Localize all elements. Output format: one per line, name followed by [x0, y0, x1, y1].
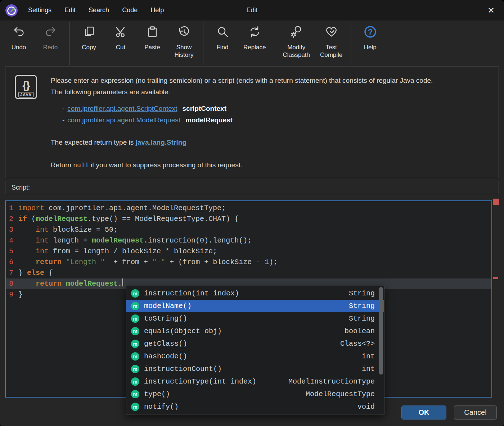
code-line: 3 int blockSize = 50; — [6, 225, 491, 235]
toolbar-button-label: Find — [216, 44, 228, 51]
completion-item[interactable]: mnotify()void — [126, 400, 384, 413]
popup-scrollbar[interactable] — [379, 287, 383, 413]
toolbar-separator — [203, 22, 203, 65]
toolbar-button-label: Redo — [43, 44, 58, 51]
completion-label: modelName() — [144, 302, 342, 310]
line-number: 6 — [6, 257, 18, 268]
menu-search[interactable]: Search — [89, 6, 109, 14]
suppress-line: Return null if you want to suppress proc… — [51, 159, 490, 171]
info-panel: {} JAVA Please enter an expression (no t… — [5, 67, 499, 178]
classpath-icon — [290, 25, 303, 40]
code-token: return — [36, 258, 62, 266]
completion-item[interactable]: minstruction(int index)String — [126, 287, 384, 300]
classpath-button[interactable]: Modify Classpath — [278, 21, 315, 67]
line-number: 1 — [6, 203, 18, 214]
code-line: 7} else { — [6, 268, 491, 278]
code-token: modelRequest — [92, 236, 144, 245]
method-icon: m — [131, 327, 139, 335]
code-token — [62, 258, 66, 266]
completion-return-type: String — [349, 302, 375, 310]
jprofiler-app-icon — [5, 4, 18, 17]
menu-settings[interactable]: Settings — [28, 6, 51, 14]
code-token: blockSize = 50; — [49, 226, 118, 234]
cut-button[interactable]: Cut — [105, 21, 136, 67]
completion-item[interactable]: mtype()ModelRequestType — [126, 388, 384, 400]
java-file-icon: {} JAVA — [15, 75, 37, 99]
history-button[interactable]: Show History — [168, 21, 200, 67]
copy-icon — [82, 25, 96, 40]
bullet-dash: - — [62, 116, 64, 124]
copy-button[interactable]: Copy — [73, 21, 105, 67]
completion-item-selected[interactable]: mmodelName()String — [126, 300, 384, 312]
completion-item[interactable]: mhashCode()int — [126, 350, 384, 363]
undo-button[interactable]: Undo — [3, 21, 35, 67]
find-icon — [216, 25, 229, 40]
script-label: Script: — [12, 184, 30, 191]
ok-button[interactable]: OK — [401, 405, 446, 420]
code-token: if — [18, 215, 27, 223]
code-token: ( — [27, 215, 36, 223]
menu-help[interactable]: Help — [150, 6, 164, 14]
menu-code[interactable]: Code — [122, 6, 138, 14]
parameter-class-link[interactable]: com.jprofiler.api.agent.ScriptContext — [67, 105, 177, 112]
error-stripe-line8-mark[interactable] — [493, 277, 498, 279]
code-text: int from = length / blockSize * blockSiz… — [18, 246, 217, 257]
script-label-box: Script: — [5, 181, 499, 194]
code-token — [18, 280, 36, 288]
paste-icon — [146, 25, 159, 40]
autocomplete-popup: minstruction(int index)StringmmodelName(… — [126, 286, 384, 414]
cancel-button[interactable]: Cancel — [454, 405, 497, 420]
titlebar: SettingsEditSearchCodeHelp Edit ✕ — [0, 0, 504, 21]
completion-return-type: Class<?> — [340, 340, 375, 348]
code-text: } else { — [18, 268, 53, 278]
cut-icon — [114, 25, 127, 40]
menu-edit[interactable]: Edit — [64, 6, 76, 14]
completion-item[interactable]: mgetClass()Class<?> — [126, 337, 384, 350]
help-button[interactable]: ?Help — [354, 21, 386, 67]
popup-scrollbar-thumb[interactable] — [379, 287, 383, 375]
toolbar-button-label: Copy — [82, 44, 96, 51]
toolbar-separator — [351, 22, 351, 65]
parameter-class-link[interactable]: com.jprofiler.api.agent.ModelRequest — [67, 116, 180, 124]
code-token: . — [118, 280, 122, 288]
code-text: import com.jprofiler.api.agent.ModelRequ… — [18, 203, 226, 214]
code-text: int blockSize = 50; — [18, 225, 118, 235]
line-number: 3 — [6, 225, 18, 235]
completion-item[interactable]: mtoString()String — [126, 312, 384, 325]
close-icon[interactable]: ✕ — [487, 0, 495, 21]
line-number: 2 — [6, 214, 18, 225]
info-line-1: Please enter an expression (no trailing … — [51, 75, 490, 86]
code-line: 6 return "Length " + from + "-" + (from … — [6, 257, 491, 268]
completion-item[interactable]: minstructionType(int index)ModelInstruct… — [126, 375, 384, 388]
method-icon: m — [131, 352, 139, 361]
error-stripe-mark-icon[interactable] — [493, 199, 499, 205]
text-caret — [122, 278, 123, 286]
code-token — [18, 258, 36, 266]
paste-button[interactable]: Paste — [136, 21, 168, 67]
replace-icon — [248, 25, 261, 40]
toolbar-button-label: Test Compile — [320, 44, 342, 59]
code-token: return — [36, 280, 62, 288]
parameter-item: -com.jprofiler.api.agent.ModelRequestmod… — [62, 114, 490, 126]
code-token: int — [36, 247, 49, 255]
return-type-line: The expected return type is java.lang.St… — [51, 137, 490, 148]
toolbar-button-label: Replace — [243, 44, 266, 51]
replace-button[interactable]: Replace — [238, 21, 271, 67]
code-token: com.jprofiler.api.agent.ModelRequestType… — [44, 204, 226, 212]
return-type-link[interactable]: java.lang.String — [136, 139, 186, 146]
toolbar-button-label: Paste — [144, 44, 160, 51]
code-token: + from + — [105, 258, 152, 266]
find-button[interactable]: Find — [207, 21, 238, 67]
svg-text:?: ? — [368, 27, 373, 36]
info-line-2: The following parameters are available: — [51, 86, 490, 98]
code-text: return modelRequest. — [18, 278, 122, 289]
completion-return-type: boolean — [345, 327, 375, 335]
completion-label: instructionCount() — [144, 365, 355, 373]
test-compile-button[interactable]: Test Compile — [315, 21, 347, 67]
completion-item[interactable]: minstructionCount()int — [126, 363, 384, 375]
code-line: 1import com.jprofiler.api.agent.ModelReq… — [6, 203, 491, 214]
code-token: modelRequest — [66, 280, 118, 288]
completion-item[interactable]: mequals(Object obj)boolean — [126, 325, 384, 337]
line-number: 4 — [6, 235, 18, 246]
completion-label: instructionType(int index) — [144, 377, 282, 386]
